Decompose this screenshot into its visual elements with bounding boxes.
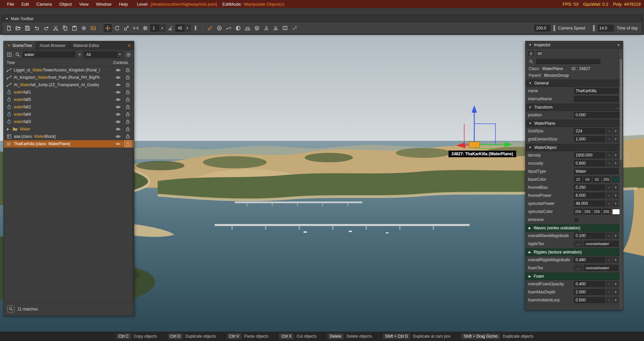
camera-speed-slider[interactable] [553,25,555,31]
menu-window[interactable]: Window [92,2,115,7]
decrement-button[interactable]: - [606,128,612,134]
decrement-button[interactable]: - [606,289,612,295]
collapse-arrow-icon[interactable]: ▼ [529,43,532,47]
lock-icon[interactable] [125,141,131,147]
add-group-button[interactable] [6,51,12,58]
foamopacity-input[interactable] [574,281,605,287]
paste-button[interactable] [70,24,79,33]
browse-button[interactable]: ... [574,265,583,271]
tree-row[interactable]: waterfall5 [4,96,134,103]
stamp-tool-button[interactable] [271,24,280,33]
fresnelbias-input[interactable] [574,184,605,190]
undo-button[interactable] [33,24,41,33]
increment-button[interactable]: + [613,128,619,134]
increment-button[interactable]: + [613,289,619,295]
section-waves[interactable]: ▶Waves (vertex undulation) [526,224,623,232]
rippletex-path[interactable]: core/art/water/ [584,241,619,247]
basecolor-a[interactable]: 255 [602,176,610,182]
menu-object[interactable]: Object [56,2,76,7]
open-level-button[interactable] [14,24,22,33]
camera-speed-input[interactable] [534,25,550,32]
tree-row[interactable]: AI_Waterfall_Jump (ZZ_Transparent_AI_Gui… [4,81,134,89]
position-x-input[interactable] [574,112,623,118]
increment-button[interactable]: + [613,233,619,239]
section-ripples[interactable]: ▶Ripples (texture animation) [526,248,623,256]
eye-icon[interactable] [115,111,121,117]
increment-button[interactable]: + [613,152,619,158]
chevron-down-icon[interactable]: ▼ [117,52,123,58]
tree-row-folder[interactable]: ▶ Water [4,125,134,133]
tree-empty-area[interactable] [4,148,134,302]
internalname-input[interactable] [574,96,619,102]
specularcolor-g[interactable]: 255 [583,209,592,215]
translate-tool-button[interactable] [103,24,112,33]
draw-tool-button[interactable] [206,24,214,33]
grid-snap-button[interactable] [141,24,150,33]
decrement-button[interactable]: - [606,192,612,198]
basecolor-g[interactable]: 64 [583,176,592,182]
tree-row[interactable]: waterfall4 [4,111,134,118]
rotate-snap-button[interactable] [166,24,175,33]
ripplemagnitude-input[interactable] [574,257,605,263]
snap-size-dropdown[interactable]: 1 ▼ [150,24,165,32]
name-display-button[interactable] [536,50,543,57]
cut-button[interactable] [51,24,60,33]
sphere-tool-button[interactable] [234,24,243,33]
lock-icon[interactable] [125,74,131,80]
tree-row[interactable]: aaa [class: WaterBlock] [4,133,134,140]
increment-button[interactable]: + [613,160,619,166]
basecolor-swatch[interactable] [612,177,620,182]
save-button[interactable] [23,24,32,33]
guide-tool-button[interactable] [281,24,289,33]
eye-icon[interactable] [115,126,121,132]
increment-button[interactable]: + [613,192,619,198]
emissive-checkbox[interactable] [574,217,579,222]
gridelementsize-input[interactable] [574,136,605,142]
menu-view[interactable]: View [75,2,92,7]
section-transform[interactable]: ▼Transform... [526,104,623,111]
eye-icon[interactable] [115,67,121,73]
menu-camera[interactable]: Camera [33,2,55,7]
tree-row-selected[interactable]: ThaKarKilla [class: WaterPlane] [4,140,134,148]
lock-icon[interactable] [125,97,131,103]
chevron-down-icon[interactable]: ▼ [184,25,190,32]
eye-icon[interactable] [115,133,121,139]
name-input[interactable] [574,88,619,94]
lock-inspector-button[interactable] [528,50,535,57]
eye-icon[interactable] [115,104,121,110]
increment-button[interactable]: + [613,136,619,142]
lock-icon[interactable] [125,82,131,88]
increment-button[interactable]: + [613,201,619,207]
specularpower-input[interactable] [574,201,605,207]
decrement-button[interactable]: - [606,233,612,239]
menu-edit[interactable]: Edit [18,2,33,7]
specularcolor-r[interactable]: 255 [574,209,582,215]
eye-icon[interactable] [115,97,121,103]
snap-bounds-button[interactable] [131,24,140,33]
decrement-button[interactable]: - [606,136,612,142]
tree-row[interactable]: Ligget_st_WaterTowerAccess_Kingston (Rur… [4,66,134,74]
menu-file[interactable]: File [3,2,18,7]
browse-button[interactable]: ... [574,241,583,247]
eye-icon[interactable] [115,74,121,80]
tree-row[interactable]: AI_Kingston_Waterfront_Park (Rural_PH_Bi… [4,74,134,81]
foamambientlerp-input[interactable] [574,297,605,303]
new-file-button[interactable] [4,24,13,33]
liquidtype-dropdown[interactable]: Water [574,168,619,174]
close-icon[interactable]: × [124,43,134,48]
inspector-scrollbar[interactable] [620,49,623,309]
tree-row[interactable]: waterfall2 [4,103,134,111]
eye-icon[interactable] [115,89,121,95]
lock-icon[interactable] [125,67,131,73]
expander-arrow-icon[interactable]: ▶ [6,127,10,131]
foamtex-path[interactable]: core/art/water/ [584,265,619,271]
section-waterobject[interactable]: ▼WaterObject [526,144,623,151]
lock-icon[interactable] [125,126,131,132]
decrement-button[interactable]: - [606,184,612,190]
redo-button[interactable] [42,24,51,33]
eye-icon[interactable] [115,82,121,88]
lock-icon[interactable] [125,111,131,117]
foammaxdepth-input[interactable] [574,289,605,295]
tree-row[interactable]: waterfall3 [4,118,134,125]
wavemagnitude-input[interactable] [574,233,605,239]
